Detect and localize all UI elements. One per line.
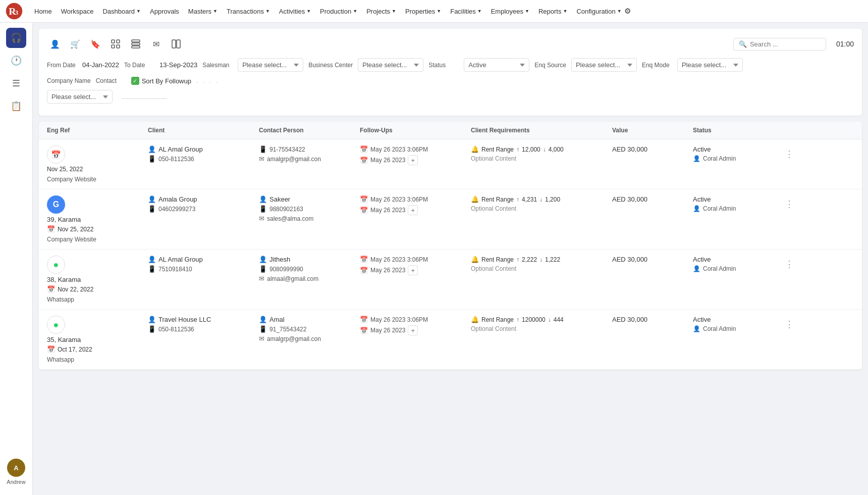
nav-approvals[interactable]: Approvals — [146, 6, 183, 17]
filter-row-2: Company Name Contact ✓ Sort By Followup … — [47, 77, 854, 85]
dashboard-caret: ▼ — [136, 9, 141, 14]
nav-facilities[interactable]: Facilities▼ — [446, 6, 486, 17]
filter-row-3: Please select... .......................… — [47, 90, 854, 104]
eng-ref-cell-3: ● 38, Karama 📅 Nov 22, 2022 Whatsapp — [47, 256, 148, 303]
bell-icon-3: 🔔 — [471, 256, 479, 263]
status-active-3: Active — [693, 256, 794, 263]
avatar[interactable]: A — [7, 459, 25, 477]
add-followup-btn-1[interactable]: + — [408, 155, 418, 165]
table-view-icon[interactable] — [128, 36, 144, 52]
optional-content-4: Optional Content — [471, 325, 612, 332]
status-user-1: 👤 Coral Admin — [693, 155, 794, 162]
company-select[interactable]: Please select... — [47, 90, 113, 104]
followup-cal-icon-3b: 📅 — [360, 267, 368, 274]
more-options-btn-2[interactable]: ⋮ — [785, 199, 794, 210]
search-icon: 🔍 — [739, 40, 747, 48]
filter-row-1: From Date 04-Jan-2022 To Date 13-Sep-202… — [47, 58, 854, 72]
search-box: 🔍 — [733, 38, 826, 51]
business-center-select[interactable]: Please select... — [358, 58, 423, 72]
followup-date-3b: 📅 May 26 2023 + — [360, 265, 471, 275]
filter-panel: 👤 🛒 🔖 ✉ 🔍 01:00 — [39, 29, 862, 116]
th-client-requirements: Client Requirements — [471, 127, 612, 134]
client-person-icon-1: 👤 — [148, 145, 156, 153]
nav-transactions[interactable]: Transactions▼ — [223, 6, 274, 17]
nav-masters[interactable]: Masters▼ — [184, 6, 222, 17]
checkbox-checked-icon: ✓ — [131, 77, 139, 85]
nav-reports[interactable]: Reports▼ — [534, 6, 571, 17]
mobile-icon-2: 📱 — [259, 205, 267, 213]
arrow-down-icon-4: ↓ — [548, 316, 551, 323]
sidebar-item-clock[interactable]: 🕐 — [6, 51, 26, 71]
status-cell-2: Active 👤 Coral Admin ⋮ — [693, 195, 794, 212]
search-input[interactable] — [750, 40, 821, 48]
config-caret: ▼ — [617, 9, 622, 14]
salesman-select[interactable]: Please select... — [238, 58, 303, 72]
nav-projects[interactable]: Projects▼ — [362, 6, 400, 17]
sidebar-item-headset[interactable]: 🎧 — [6, 28, 26, 48]
status-active-4: Active — [693, 316, 794, 323]
rent-range-2: 🔔 Rent Range ↑ 4,231 ↓ 1,200 — [471, 195, 612, 203]
svg-rect-8 — [132, 43, 140, 45]
nav-home[interactable]: Home — [30, 6, 56, 17]
add-followup-btn-4[interactable]: + — [408, 325, 418, 335]
th-follow-ups: Follow-Ups — [360, 127, 471, 134]
nav-workspace[interactable]: Workspace — [57, 6, 98, 17]
user-icon-3: 👤 — [693, 265, 700, 272]
svg-rect-3 — [112, 40, 115, 43]
status-select[interactable]: Active — [464, 58, 529, 72]
panel-icon[interactable] — [168, 36, 184, 52]
contact-email-4: ✉ amalgrp@gmail.con — [259, 335, 360, 342]
mail-icon-4: ✉ — [259, 335, 264, 342]
contact-cell-1: 📱 91-75543422 ✉ amalgrp@gmail.con — [259, 145, 360, 163]
sidebar-item-list[interactable]: ☰ — [6, 73, 26, 93]
nav-properties[interactable]: Properties▼ — [401, 6, 445, 17]
user-icon-1: 👤 — [693, 155, 700, 162]
mail-icon[interactable]: ✉ — [148, 36, 164, 52]
requirements-cell-1: 🔔 Rent Range ↑ 12,000 ↓ 4,000 Optional C… — [471, 145, 612, 162]
masters-caret: ▼ — [213, 9, 218, 14]
add-followup-btn-2[interactable]: + — [408, 205, 418, 215]
mobile-icon-1: 📱 — [259, 145, 267, 153]
facilities-caret: ▼ — [477, 9, 482, 14]
followup-cal-icon-2b: 📅 — [360, 207, 368, 214]
properties-caret: ▼ — [437, 9, 441, 14]
avatar-initials: A — [14, 464, 18, 472]
nav-configuration[interactable]: Configuration▼⚙ — [572, 5, 634, 18]
add-followup-btn-3[interactable]: + — [408, 265, 418, 275]
user-icon-4: 👤 — [693, 325, 700, 332]
arrow-up-icon-3: ↑ — [516, 256, 519, 263]
followup-cal-icon-1a: 📅 — [360, 145, 368, 153]
sidebar-item-clipboard[interactable]: 📋 — [6, 96, 26, 116]
enq-source-select[interactable]: Please select... — [571, 58, 637, 72]
followup-date-2b: 📅 May 26 2023 + — [360, 205, 471, 215]
config-gear-icon: ⚙ — [624, 7, 631, 16]
followup-date-1b: 📅 May 26 2023 + — [360, 155, 471, 165]
status-active-2: Active — [693, 195, 794, 203]
eng-ref-area-3: 38, Karama — [47, 276, 148, 283]
phone-icon-4: 📱 — [148, 325, 156, 333]
from-date-value: 04-Jan-2022 — [82, 61, 119, 69]
projects-caret: ▼ — [392, 9, 396, 14]
mail-icon-1: ✉ — [259, 155, 264, 163]
person-icon[interactable]: 👤 — [47, 36, 63, 52]
nav-production[interactable]: Production▼ — [316, 6, 361, 17]
more-options-btn-4[interactable]: ⋮ — [785, 319, 794, 330]
cal-icon-3: 📅 — [47, 285, 55, 293]
more-options-btn-3[interactable]: ⋮ — [785, 259, 794, 270]
grid-view-icon[interactable] — [107, 36, 124, 52]
business-center-label: Business Center — [308, 62, 353, 69]
cart-icon[interactable]: 🛒 — [67, 36, 83, 52]
enq-mode-select[interactable]: Please select... — [677, 58, 743, 72]
nav-activities[interactable]: Activities▼ — [275, 6, 315, 17]
contact-phone-2: 📱 9880902163 — [259, 205, 360, 213]
nav-dashboard[interactable]: Dashboard▼ — [98, 6, 145, 17]
th-status: Status — [693, 127, 794, 134]
status-cell-3: Active 👤 Coral Admin ⋮ — [693, 256, 794, 272]
bookmark-icon[interactable]: 🔖 — [87, 36, 103, 52]
bell-icon-2: 🔔 — [471, 195, 479, 203]
sort-by-followup-checkbox[interactable]: ✓ Sort By Followup — [131, 77, 191, 85]
nav-employees[interactable]: Employees▼ — [487, 6, 533, 17]
more-options-btn-1[interactable]: ⋮ — [785, 148, 794, 160]
followup-cell-3: 📅 May 26 2023 3:06PM 📅 May 26 2023 + — [360, 256, 471, 275]
arrow-down-icon-3: ↓ — [539, 256, 542, 263]
